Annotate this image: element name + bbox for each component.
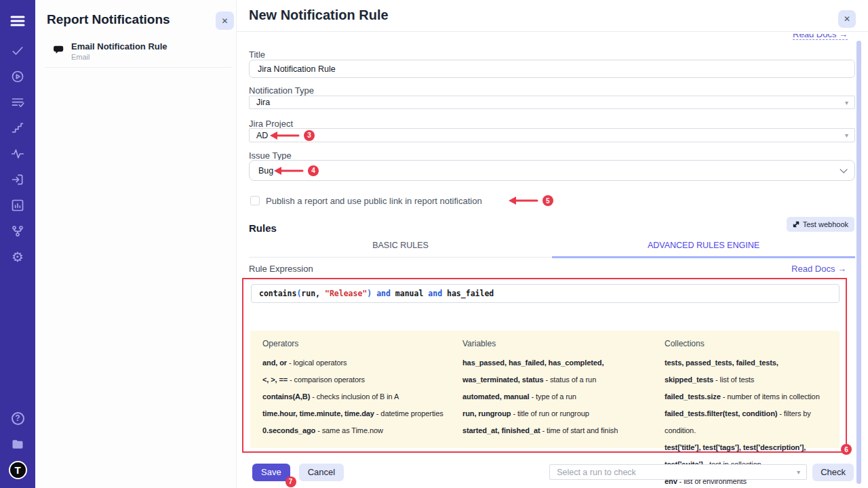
activity-icon[interactable] [5, 141, 31, 167]
new-notification-rule-pane: New Notification Rule ✕ Read Docs → Titl… [236, 0, 868, 488]
footer-actions: Save 7 Cancel Select a run to check ▾ Ch… [252, 463, 854, 481]
rules-tabs: BASIC RULES ADVANCED RULES ENGINE [249, 237, 855, 258]
help-circle-icon[interactable]: ? [5, 405, 31, 431]
annotation-badge-5: 5 [542, 195, 553, 206]
publish-report-row: Publish a report and use public link in … [250, 195, 553, 206]
notification-rule-title: Email Notification Rule [71, 41, 167, 52]
help-item: failed_tests.filter(test, condition) - f… [665, 405, 827, 439]
app-window: ⚙ ? T Report Notifications ✕ Email Notif… [0, 0, 868, 488]
help-item: automated, manual - type of a run [462, 388, 656, 405]
read-docs-link[interactable]: Read Docs → [791, 264, 846, 274]
help-item: time.hour, time.minute, time.day - datet… [262, 405, 454, 422]
help-item: tests, passed_tests, failed_tests, skipp… [665, 354, 827, 388]
play-circle-icon[interactable] [5, 64, 31, 89]
tab-basic-rules[interactable]: BASIC RULES [249, 237, 552, 257]
jira-project-select[interactable]: AD ▾ 3 [249, 128, 855, 142]
help-item: and, or - logical operators [262, 354, 454, 371]
select-arrow-icon: ▾ [845, 131, 848, 139]
rules-heading: Rules [249, 222, 277, 234]
annotation-badge-7: 7 [285, 476, 296, 487]
settings-gear-icon[interactable]: ⚙ [5, 244, 31, 270]
rule-expression-editor[interactable]: contains(run, "Release") and manual and … [251, 284, 840, 303]
report-notifications-panel: Report Notifications ✕ Email Notificatio… [35, 0, 236, 488]
help-item: has_passed, has_failed, has_completed, w… [462, 354, 656, 388]
panel-close-button[interactable]: ✕ [216, 12, 234, 30]
panel-title: Report Notifications [47, 12, 170, 27]
notification-type-select[interactable]: Jira ▾ [249, 96, 855, 109]
git-branch-icon[interactable] [5, 218, 31, 244]
rule-expression-code: contains(run, "Release") and manual and … [259, 289, 494, 298]
page-title: New Notification Rule [249, 7, 389, 23]
tasks-check-icon[interactable] [5, 89, 31, 115]
folder-icon[interactable] [5, 431, 31, 457]
read-docs-top-clipped: Read Docs → [793, 34, 848, 41]
webhook-icon [793, 221, 800, 228]
annotation-badge-4: 4 [308, 165, 319, 176]
issue-type-value: Bug [256, 166, 273, 176]
publish-report-checkbox[interactable] [250, 196, 260, 205]
notification-rule-list-item[interactable]: Email Notification Rule Email [45, 39, 232, 68]
publish-report-label: Publish a report and use public link in … [266, 196, 482, 206]
cancel-button[interactable]: Cancel [299, 464, 344, 481]
test-webhook-button[interactable]: Test webhook [787, 217, 854, 232]
help-item: run, rungroup - title of run or rungroup [462, 405, 656, 422]
check-button[interactable]: Check [812, 464, 854, 481]
help-item: failed_tests.size - number of items in c… [665, 388, 827, 405]
expression-help-panel: Operators and, or - logical operators <,… [250, 331, 840, 448]
rule-expression-label: Rule Expression [249, 264, 313, 274]
main-header: New Notification Rule ✕ [237, 0, 868, 32]
annotation-5: 5 [509, 195, 553, 206]
chevron-down-icon [840, 165, 847, 173]
annotation-3: 3 [270, 130, 315, 141]
jira-project-label: Jira Project [249, 119, 293, 129]
read-docs-top-link[interactable]: Read Docs → [793, 34, 848, 40]
annotation-badge-6: 6 [841, 444, 852, 455]
title-label: Title [249, 49, 265, 60]
help-item: <, >, == - comparison operators [262, 371, 454, 388]
issue-type-select[interactable]: Bug 4 [249, 160, 855, 181]
vertical-scrollbar-thumb[interactable] [856, 41, 861, 484]
menu-icon[interactable] [10, 9, 25, 33]
select-arrow-icon: ▾ [845, 99, 848, 106]
jira-project-value: AD [256, 131, 268, 140]
tab-advanced-rules-engine[interactable]: ADVANCED RULES ENGINE [552, 237, 855, 258]
help-item: 0.seconds_ago - same as Time.now [262, 422, 454, 439]
save-button[interactable]: Save 7 [252, 464, 290, 481]
select-arrow-icon: ▾ [797, 468, 800, 476]
annotation-rect-6: contains(run, "Release") and manual and … [242, 278, 847, 453]
main-close-button[interactable]: ✕ [838, 10, 856, 28]
sign-in-icon[interactable] [5, 167, 31, 192]
issue-type-label: Issue Type [249, 150, 292, 161]
app-sidebar: ⚙ ? T [0, 0, 35, 488]
notification-type-value: Jira [256, 98, 270, 107]
run-to-check-select[interactable]: Select a run to check ▾ [549, 464, 807, 480]
notification-type-label: Notification Type [249, 85, 314, 96]
run-select-placeholder: Select a run to check [557, 468, 636, 477]
bar-chart-icon[interactable] [5, 192, 31, 218]
steps-icon[interactable] [5, 115, 31, 141]
help-item: contains(A,B) - checks inclusion of B in… [262, 388, 454, 405]
testomat-logo[interactable]: T [5, 457, 31, 483]
annotation-4: 4 [274, 165, 319, 176]
title-input[interactable] [249, 60, 855, 78]
notification-rule-subtitle: Email [71, 53, 167, 61]
annotation-badge-3: 3 [304, 130, 315, 141]
speech-bubble-icon [53, 44, 64, 58]
help-item: started_at, finished_at - time of start … [462, 422, 656, 439]
check-icon[interactable] [5, 38, 31, 64]
